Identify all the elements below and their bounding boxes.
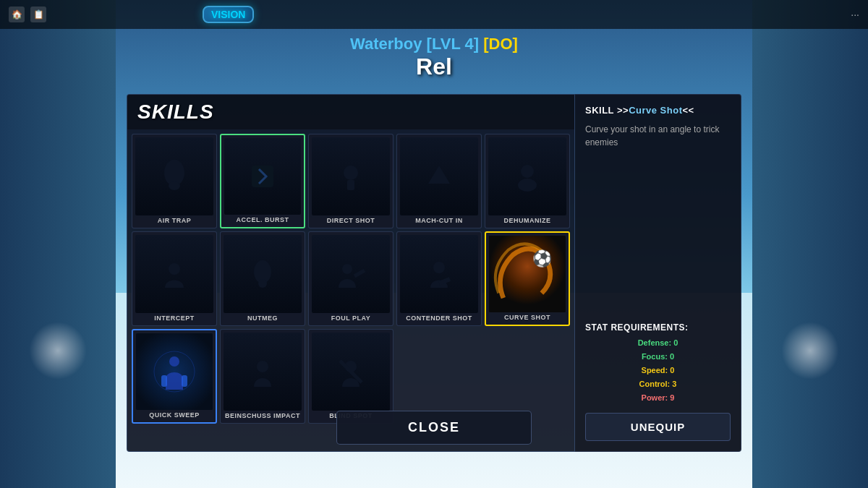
skill-accel-burst-label: ACCEL. BURST	[237, 217, 289, 224]
top-bar: 🏠 📋 ···	[0, 0, 868, 29]
skill-blind-spot-img	[312, 333, 390, 411]
skill-contender-shot-label: CONTENDER SHOT	[406, 315, 472, 322]
skill-contender-shot[interactable]: CONTENDER SHOT	[396, 231, 482, 326]
skill-accel-burst[interactable]: ACCEL. BURST	[220, 134, 305, 228]
skill-quick-sweep[interactable]: QUICK SWEEP	[132, 329, 217, 424]
skill-beinschuss-impact[interactable]: BEINSCHUSS IMPACT	[220, 329, 305, 424]
skill-mach-cut-in[interactable]: MACH-CUT IN	[396, 134, 482, 228]
skill-intercept-label: INTERCEPT	[154, 315, 195, 322]
skill-info-name: Curve Shot	[629, 105, 682, 116]
skill-foul-play-img	[312, 235, 390, 313]
svg-point-10	[342, 264, 352, 274]
skill-quick-sweep-label: QUICK SWEEP	[149, 412, 200, 419]
skill-info-header: SKILL >>Curve Shot<<	[585, 105, 731, 116]
player-title: Waterboy [LVL 4] [DO] Rel	[0, 35, 868, 80]
skill-mach-cut-in-label: MACH-CUT IN	[415, 218, 463, 225]
skills-title: SKILLS	[137, 100, 564, 124]
stat-speed: Speed: 0	[585, 364, 731, 376]
skills-grid-container[interactable]: AIR TRAP ACCEL. BURST	[127, 129, 574, 451]
svg-rect-17	[182, 375, 187, 387]
stat-control: Control: 3	[585, 378, 731, 390]
skill-nutmeg-label: NUTMEG	[247, 315, 278, 322]
player-name: Waterboy	[350, 35, 422, 53]
player-name-line: Waterboy [LVL 4] [DO]	[0, 35, 868, 53]
home-icon[interactable]: 🏠	[9, 7, 25, 22]
skill-nutmeg-img	[224, 235, 302, 313]
skill-blind-spot[interactable]: BLIND SPOT	[308, 329, 393, 424]
stat-focus: Focus: 0	[585, 351, 731, 362]
skill-direct-shot[interactable]: DIRECT SHOT	[308, 134, 393, 228]
player-tag: [DO]	[483, 35, 518, 53]
skill-intercept-img	[135, 235, 213, 313]
main-dialog: SKILLS AIR TRAP	[127, 94, 741, 452]
stat-power: Power: 9	[585, 392, 731, 403]
svg-rect-4	[347, 180, 354, 190]
svg-point-18	[257, 361, 268, 372]
skill-beinschuss-impact-label: BEINSCHUSS IMPACT	[225, 413, 300, 420]
svg-point-5	[521, 165, 534, 178]
skill-direct-shot-label: DIRECT SHOT	[327, 218, 375, 225]
svg-point-3	[344, 166, 358, 180]
inventory-icon[interactable]: 📋	[30, 7, 46, 22]
svg-line-12	[439, 279, 450, 283]
light-right	[781, 322, 839, 380]
svg-rect-16	[161, 375, 167, 387]
svg-point-1	[169, 181, 180, 190]
svg-point-6	[518, 179, 537, 192]
stat-defense: Defense: 0	[585, 337, 731, 348]
player-lvl-text: [LVL 4]	[427, 35, 480, 53]
more-icon[interactable]: ···	[851, 9, 859, 20]
player-subtitle: Rel	[0, 53, 868, 80]
skill-air-trap-img	[135, 137, 213, 215]
stat-req-title: STAT REQUIREMENTS:	[585, 322, 731, 333]
skill-direct-shot-img	[312, 137, 390, 215]
stat-requirements: STAT REQUIREMENTS: Defense: 0 Focus: 0 S…	[585, 322, 731, 406]
skills-panel: SKILLS AIR TRAP	[127, 94, 575, 452]
close-button[interactable]: CLOSE	[336, 411, 532, 445]
svg-point-7	[169, 263, 180, 275]
svg-rect-2	[252, 166, 273, 187]
skill-foul-play-label: FOUL PLAY	[331, 315, 371, 322]
skill-curve-shot-img: ⚽	[489, 236, 566, 312]
skill-curve-shot-label: CURVE SHOT	[504, 314, 550, 322]
skills-header: SKILLS	[127, 95, 574, 129]
skill-air-trap-label: AIR TRAP	[158, 218, 192, 225]
skill-beinschuss-impact-img	[224, 333, 302, 411]
svg-point-15	[169, 356, 179, 367]
svg-point-11	[433, 262, 445, 273]
skill-contender-shot-img	[400, 235, 478, 313]
skill-air-trap[interactable]: AIR TRAP	[132, 134, 217, 228]
top-bar-icons: 🏠 📋	[9, 7, 46, 22]
skill-description: Curve your shot in an angle to trick ene…	[585, 123, 731, 149]
skill-dehumanize-img	[488, 137, 566, 215]
light-left	[29, 322, 87, 380]
unequip-button[interactable]: UNEQUIP	[585, 413, 731, 441]
skill-nutmeg[interactable]: NUTMEG	[220, 231, 305, 326]
skill-accel-burst-img	[224, 138, 301, 215]
skill-dehumanize-label: DEHUMANIZE	[504, 218, 551, 225]
skill-mach-cut-in-img	[400, 137, 478, 215]
skill-foul-play[interactable]: FOUL PLAY	[308, 231, 393, 326]
skill-quick-sweep-img	[136, 333, 213, 410]
info-panel: SKILL >>Curve Shot<< Curve your shot in …	[575, 94, 741, 452]
vision-badge: VISION	[203, 6, 254, 23]
skill-curve-shot[interactable]: ⚽ CURVE SHOT	[485, 231, 570, 326]
skill-intercept[interactable]: INTERCEPT	[132, 231, 217, 326]
svg-point-9	[258, 279, 267, 288]
skills-grid: AIR TRAP ACCEL. BURST	[132, 134, 570, 424]
skill-dehumanize[interactable]: DEHUMANIZE	[485, 134, 570, 228]
